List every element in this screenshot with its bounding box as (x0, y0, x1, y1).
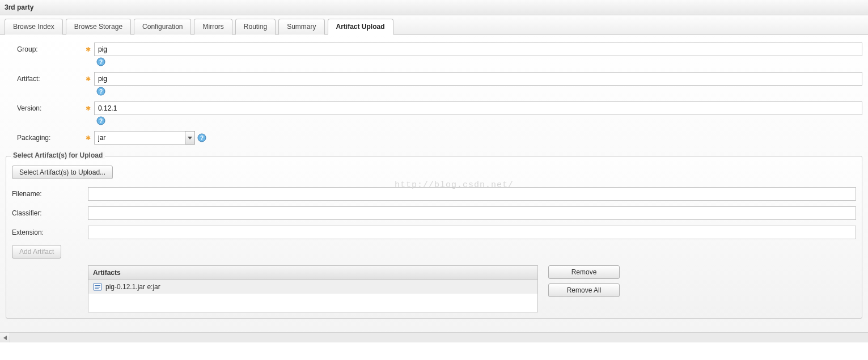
tab-mirrors[interactable]: Mirrors (194, 19, 232, 35)
artifact-row-text: pig-0.12.1.jar e:jar (105, 283, 160, 291)
artifact-label: Artifact: (6, 75, 82, 83)
grid-body: pig-0.12.1.jar e:jar (88, 280, 537, 312)
remove-button[interactable]: Remove (548, 265, 620, 279)
chevron-down-icon[interactable] (185, 131, 195, 145)
tab-artifact-upload[interactable]: Artifact Upload (328, 19, 393, 35)
filename-label: Filename: (12, 190, 88, 198)
tab-routing[interactable]: Routing (235, 19, 276, 35)
tab-browse-index[interactable]: Browse Index (5, 19, 63, 35)
required-star-icon: ✱ (82, 46, 94, 53)
form-body: Group: ✱ ? Artifact: ✱ ? Version: ✱ (0, 35, 868, 332)
packaging-label: Packaging: (6, 134, 82, 142)
classifier-label: Classifier: (12, 209, 88, 217)
version-input[interactable] (94, 101, 862, 115)
help-icon[interactable]: ? (96, 116, 105, 125)
svg-rect-10 (95, 287, 100, 287)
help-icon[interactable]: ? (96, 57, 105, 66)
panel-header: 3rd party (0, 0, 868, 15)
svg-text:?: ? (99, 88, 103, 95)
tab-browse-storage[interactable]: Browse Storage (66, 19, 131, 35)
scroll-left-icon[interactable] (0, 333, 10, 343)
scroll-track[interactable] (10, 333, 868, 343)
required-star-icon: ✱ (82, 105, 94, 112)
extension-input[interactable] (88, 226, 856, 239)
help-icon[interactable]: ? (197, 133, 206, 142)
svg-text:?: ? (200, 135, 204, 141)
svg-rect-11 (95, 288, 99, 289)
required-star-icon: ✱ (82, 75, 94, 83)
required-star-icon: ✱ (82, 134, 94, 142)
group-input[interactable] (94, 43, 862, 56)
horizontal-scrollbar[interactable] (0, 332, 868, 342)
svg-text:?: ? (99, 118, 103, 124)
packaging-input[interactable] (94, 131, 185, 145)
tab-bar: Browse Index Browse Storage Configuratio… (0, 15, 868, 35)
classifier-input[interactable] (88, 206, 856, 220)
packaging-combo[interactable] (94, 131, 195, 145)
filename-input[interactable] (88, 187, 856, 201)
svg-text:?: ? (99, 59, 103, 65)
extension-label: Extension: (12, 228, 88, 236)
panel-title: 3rd party (5, 3, 33, 11)
artifacts-grid: Artifacts pig-0.12.1.jar e:jar (88, 265, 538, 312)
tab-summary[interactable]: Summary (278, 19, 324, 35)
artifact-row[interactable]: pig-0.12.1.jar e:jar (88, 280, 537, 294)
select-artifacts-button[interactable]: Select Artifact(s) to Upload... (12, 166, 113, 179)
fieldset-legend: Select Artifact(s) for Upload (11, 151, 105, 159)
svg-rect-9 (95, 285, 100, 286)
artifact-icon (93, 282, 102, 291)
artifact-input[interactable] (94, 72, 862, 86)
tab-configuration[interactable]: Configuration (134, 19, 191, 35)
group-label: Group: (6, 45, 82, 53)
add-artifact-button[interactable]: Add Artifact (12, 245, 61, 259)
version-label: Version: (6, 104, 82, 112)
help-icon[interactable]: ? (96, 87, 105, 96)
grid-header: Artifacts (88, 266, 537, 280)
remove-all-button[interactable]: Remove All (548, 283, 620, 297)
upload-fieldset: Select Artifact(s) for Upload Select Art… (6, 156, 862, 319)
